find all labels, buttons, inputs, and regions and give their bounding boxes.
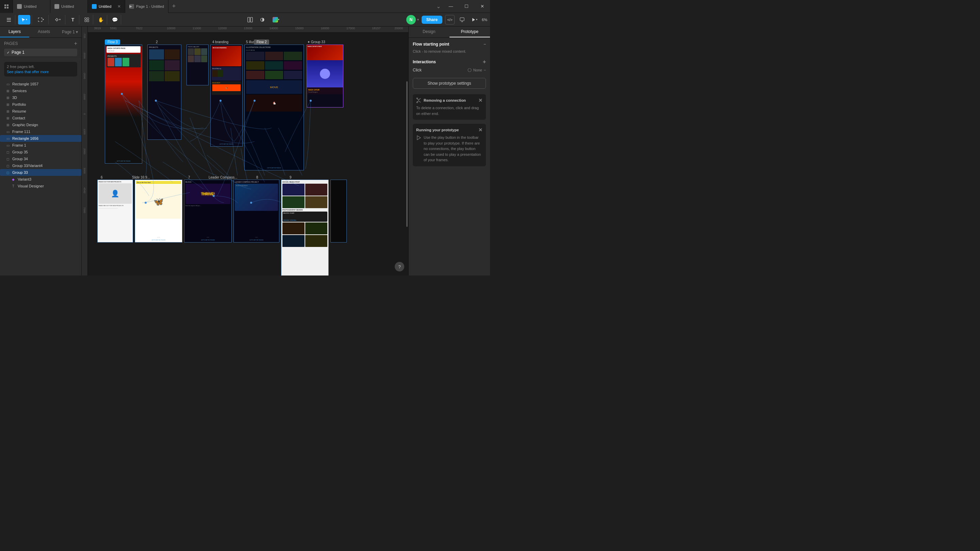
layout-grid-button[interactable] (245, 15, 255, 24)
tab-close-3[interactable]: ✕ (115, 4, 121, 9)
layer-3d[interactable]: ⊞ 3D (0, 94, 81, 101)
resource-tools-group (81, 15, 93, 24)
toolbar-right: N ▾ Share </> ▾ 6% (406, 15, 487, 24)
frame-6[interactable]: REACH OUT FOR NEW PROJECTS 👤 REACH ME OU… (97, 179, 133, 243)
resources-tool[interactable] (82, 15, 92, 24)
frame-9[interactable] (331, 179, 347, 243)
pages-section: PAGES + ✓ Page 1 (0, 38, 81, 59)
text-tool[interactable]: T (68, 15, 78, 24)
layer-variant3[interactable]: ◆ Variant3 (0, 176, 81, 183)
pen-tool[interactable]: ▾ (51, 15, 64, 24)
comment-tool[interactable]: 💬 (110, 15, 119, 24)
layer-services[interactable]: ⊞ Services (0, 87, 81, 94)
frame-group33-top[interactable]: NADA CATUR'S PAGE NADA CATUR Visual Desi… (307, 44, 343, 108)
layer-group-icon-6: ⊞ (5, 122, 10, 127)
layer-resume[interactable]: ⊞ Resume (0, 108, 81, 114)
window-controls: — ☐ ✕ (443, 0, 490, 13)
free-pages-notice: 2 free pages left. See plans that offer … (4, 62, 77, 76)
tab-untitled-2[interactable]: Untitled (50, 0, 88, 13)
layer-group33-variant4[interactable]: ◻ Group 33/Variant4 (0, 162, 81, 169)
layer-group34[interactable]: ◻ Group 34 (0, 156, 81, 162)
tab-icon-4: ▶ (129, 4, 134, 9)
hand-tool[interactable]: ✋ (96, 15, 105, 24)
frame-label-8: 8 (256, 176, 258, 179)
svg-rect-13 (87, 18, 89, 19)
layer-group33[interactable]: ◻ Group 33 (0, 169, 81, 176)
tab-untitled-3[interactable]: Untitled ✕ (88, 0, 125, 13)
dark-mode-toggle[interactable] (258, 15, 267, 24)
running-prototype-body: Use the play button in the toolbar to pl… (424, 135, 482, 163)
frame-7[interactable]: BLOGS THRIVE! Don't let anyone tell you.… (184, 179, 232, 243)
maximize-button[interactable]: ☐ (459, 0, 474, 13)
home-button[interactable] (0, 0, 13, 13)
page-selector[interactable]: Page 1 ▾ (59, 27, 81, 37)
fill-color-picker[interactable]: ▾ (270, 15, 282, 24)
layer-rect-icon-2: ▭ (5, 136, 10, 141)
toolbar-center: ▾ (123, 15, 405, 24)
tab-untitled-1[interactable]: Untitled (13, 0, 50, 13)
page-item-1[interactable]: ✓ Page 1 (4, 49, 77, 56)
play-button[interactable]: ▾ (469, 15, 479, 24)
layer-contact[interactable]: ⊞ Contact (0, 114, 81, 121)
frame-1[interactable]: NADA CATUR'S PAGE Hello there! PROJECTS … (105, 44, 142, 164)
frame-slide-16-9[interactable]: How to Set Your Goal 🦋 LET'S GET IN TOUC… (135, 179, 182, 243)
layers-tab[interactable]: Layers (0, 27, 29, 37)
frame-label-group33: ✦ Group 33 (307, 40, 325, 44)
play-icon (416, 135, 422, 140)
frame-8-social[interactable]: SOCIAL MEDIA POST PHOTOGRAPHY DESIGN WAL… (281, 179, 329, 275)
canvas[interactable]: 3919 5591 7622 10000 11000 12000 13000 1… (82, 27, 408, 275)
layer-frame1[interactable]: ▭ Frame 1 (0, 142, 81, 149)
layer-frame111[interactable]: ▭ Frame 111 (0, 128, 81, 135)
layer-group35[interactable]: ◻ Group 35 (0, 149, 81, 156)
show-prototype-settings-button[interactable]: Show prototype settings (413, 78, 486, 89)
layer-graphic-design[interactable]: ⊞ Graphic Design (0, 121, 81, 128)
svg-marker-20 (472, 18, 475, 21)
frame-tool[interactable]: ▾ (35, 15, 47, 24)
user-avatar[interactable]: N (406, 15, 416, 24)
minimize-button[interactable]: — (443, 0, 459, 13)
present-view-button[interactable] (457, 15, 467, 24)
user-dropdown-arrow[interactable]: ▾ (417, 18, 419, 21)
help-button[interactable]: ? (395, 262, 404, 272)
flow-2-tag[interactable]: Flow 2 (254, 40, 269, 44)
frame-tools-group: ▾ (33, 15, 49, 24)
share-button[interactable]: Share (422, 16, 442, 24)
removing-connection-close[interactable]: ✕ (479, 98, 482, 103)
frame-2[interactable]: PROJECTS (147, 44, 181, 140)
tab-add-button[interactable]: + (169, 0, 179, 13)
frame-label-6: 6 (101, 176, 103, 179)
flow-starting-point-minus[interactable]: − (484, 42, 486, 47)
add-interaction-button[interactable]: + (483, 59, 486, 65)
layer-group-icon-5: ⊞ (5, 116, 10, 121)
toolbar: ▾ ▾ ▾ T ✋ 💬 (0, 13, 490, 27)
add-page-button[interactable]: + (74, 40, 77, 47)
frame-4-branding[interactable]: MEXICAN BRANDING Model Makeup NGUDUBUR 🐓 (210, 44, 243, 147)
layer-rectangle-1657[interactable]: ▭ Rectangle 1657 (0, 81, 81, 87)
vertical-scrollbar[interactable] (406, 81, 408, 227)
zoom-level[interactable]: 6% (482, 18, 487, 22)
prototype-tab[interactable]: Prototype (450, 27, 490, 37)
running-prototype-close[interactable]: ✕ (479, 127, 482, 133)
layer-visual-designer[interactable]: T Visual Designer (0, 183, 81, 189)
layer-group-icon-9: ◻ (5, 163, 10, 168)
none-interaction: None − (467, 68, 486, 73)
tabs-area: Untitled Untitled Untitled ✕ ▶ Page 1 - … (13, 0, 434, 13)
menu-button[interactable] (4, 15, 14, 24)
tab-page1-untitled[interactable]: ▶ Page 1 - Untitled (125, 0, 169, 13)
frame-5-illustrations[interactable]: ILLUSTRATION COLLECTIONS ELLOS MESA (244, 44, 304, 170)
frame-connector[interactable]: PHOTO GALLERY (186, 44, 208, 86)
select-tool[interactable]: ▾ (18, 15, 30, 24)
interaction-minus-button[interactable]: − (484, 68, 486, 73)
frame-label-slide: Slide 16:9... (132, 176, 150, 179)
design-tab[interactable]: Design (409, 27, 450, 37)
right-panel-tabs: Design Prototype (409, 27, 490, 38)
plans-link[interactable]: See plans that offer more (7, 70, 49, 74)
assets-tab[interactable]: Assets (29, 27, 59, 37)
code-view-button[interactable]: </> (445, 15, 455, 24)
close-button[interactable]: ✕ (474, 0, 490, 13)
layer-portfolio[interactable]: ⊞ Portfolio (0, 101, 81, 108)
flow-3-tag[interactable]: Flow 3 (105, 40, 120, 44)
tab-overflow-button[interactable]: ⌄ (434, 3, 443, 10)
frame-leader-compass[interactable]: LEADER COMPASS PROJECT Social media layo… (234, 179, 279, 243)
layer-rectangle-1656[interactable]: ▭ Rectangle 1656 (0, 135, 81, 142)
